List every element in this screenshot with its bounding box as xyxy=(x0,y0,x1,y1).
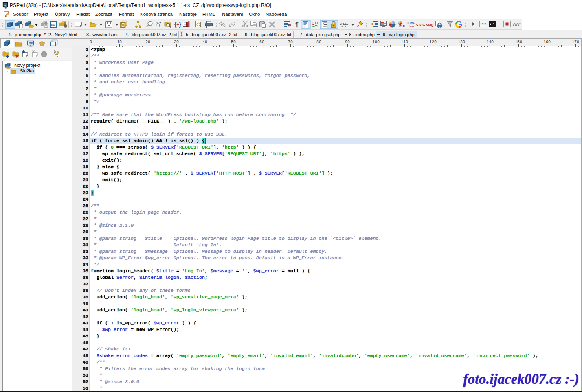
svg-text:#10: #10 xyxy=(399,24,405,28)
svg-text:<tag: <tag xyxy=(426,23,433,27)
svg-text:1010: 1010 xyxy=(480,23,487,26)
svg-text:++: ++ xyxy=(314,21,318,25)
svg-text:}: } xyxy=(179,21,182,28)
svg-text:C:\: C:\ xyxy=(490,23,494,26)
svg-text:LOG: LOG xyxy=(51,24,56,26)
svg-text:3: 3 xyxy=(323,25,324,28)
svg-text:¶: ¶ xyxy=(295,21,299,28)
svg-text:HTML: HTML xyxy=(408,21,415,24)
svg-text:SPELL: SPELL xyxy=(340,22,348,25)
svg-text:<TAG: <TAG xyxy=(416,23,425,27)
svg-text:TXT: TXT xyxy=(410,25,415,28)
svg-text:FTP: FTP xyxy=(29,42,33,44)
